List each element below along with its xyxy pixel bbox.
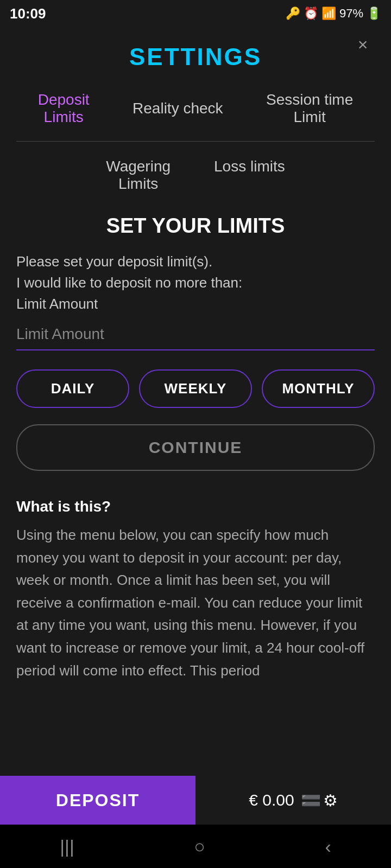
battery-icon: 🔋 <box>367 7 381 21</box>
info-text: Using the menu below, you can specify ho… <box>16 524 375 682</box>
period-buttons-group: DAILY WEEKLY MONTHLY <box>16 369 375 408</box>
main-content: × SETTINGS DepositLimits Reality check S… <box>0 27 391 682</box>
info-section: What is this? Using the menu below, you … <box>16 498 375 682</box>
tab-session-time[interactable]: Session timeLimit <box>257 87 362 130</box>
status-bar: 10:09 🔑 ⏰ 📶 97% 🔋 <box>0 0 391 27</box>
status-right-icons: 🔑 ⏰ 📶 97% 🔋 <box>286 7 381 21</box>
nav-back-icon[interactable]: ‹ <box>325 836 331 857</box>
tabs-row2: WageringLimits Loss limits <box>16 142 375 198</box>
weekly-button[interactable]: WEEKLY <box>139 369 252 408</box>
battery-text: 97% <box>339 7 363 21</box>
signal-icon: 📶 <box>321 7 336 21</box>
daily-button[interactable]: DAILY <box>16 369 129 408</box>
deposit-description: Please set your deposit limit(s). I woul… <box>16 251 375 315</box>
tab-loss-limits[interactable]: Loss limits <box>214 158 285 193</box>
tab-deposit-limits[interactable]: DepositLimits <box>29 87 98 130</box>
bottom-bar: DEPOSIT € 0.00 🟰 ⚙ <box>0 776 391 825</box>
alarm-icon: ⏰ <box>304 7 318 21</box>
close-icon: × <box>358 35 368 55</box>
set-limits-title: SET YOUR LIMITS <box>16 214 375 238</box>
nav-menu-icon[interactable]: ||| <box>60 836 74 857</box>
wallet-icon: 🟰 <box>301 791 321 810</box>
tab-reality-check[interactable]: Reality check <box>124 95 232 122</box>
nav-bar: ||| ○ ‹ <box>0 825 391 868</box>
info-title: What is this? <box>16 498 375 515</box>
limit-amount-input[interactable] <box>16 326 375 343</box>
balance-display: € 0.00 🟰 ⚙ <box>195 776 391 825</box>
key-icon: 🔑 <box>286 7 300 21</box>
status-time: 10:09 <box>10 5 46 22</box>
deposit-button[interactable]: DEPOSIT <box>0 776 195 825</box>
nav-home-icon[interactable]: ○ <box>194 836 205 857</box>
balance-amount: € 0.00 <box>249 791 294 809</box>
coin-icon: ⚙ <box>323 791 338 810</box>
limit-input-container <box>16 326 375 350</box>
tabs-row1: DepositLimits Reality check Session time… <box>16 87 375 142</box>
monthly-button[interactable]: MONTHLY <box>262 369 375 408</box>
continue-button[interactable]: CONTINUE <box>16 424 375 471</box>
settings-title: SETTINGS <box>16 27 375 87</box>
tab-wagering-limits[interactable]: WageringLimits <box>106 158 171 193</box>
balance-icons: 🟰 ⚙ <box>301 791 338 810</box>
close-button[interactable]: × <box>351 33 375 56</box>
